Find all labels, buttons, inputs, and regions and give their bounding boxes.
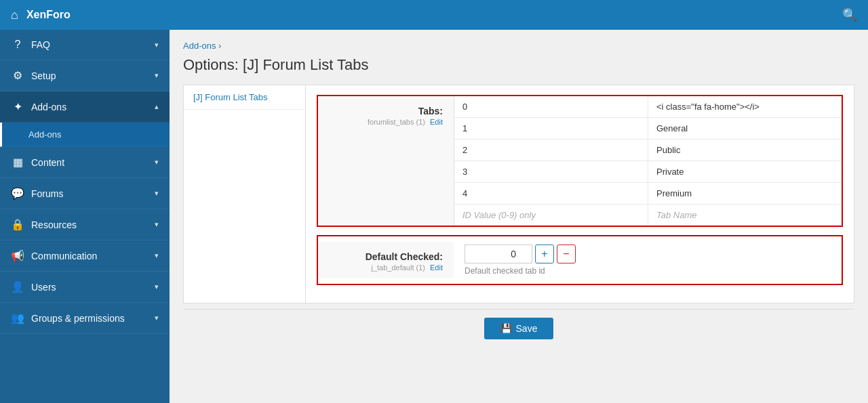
chevron-up-icon: ▴ <box>155 102 159 111</box>
dc-sublabel: j_tab_default (1) Edit <box>371 263 443 272</box>
tab-row-1: 1 General <box>454 118 842 140</box>
layout: ? FAQ ▾ ⚙ Setup ▾ ✦ Add-ons ▴ Add-ons <box>0 30 868 403</box>
tab-row-3: 3 Private <box>454 161 842 183</box>
tab-row-2: 2 Public <box>454 140 842 161</box>
users-icon: 👤 <box>11 280 24 293</box>
sidebar-item-label-groups: Groups & permissions <box>31 313 125 324</box>
chevron-down-icon: ▾ <box>155 314 159 322</box>
tab-id-0: 0 <box>454 96 648 117</box>
tabs-label: Tabs: <box>418 106 443 116</box>
dc-input-area: + − Default checked tab id <box>454 236 842 284</box>
sidebar-item-resources[interactable]: 🔒 Resources ▾ <box>0 209 170 240</box>
sidebar-item-faq[interactable]: ? FAQ ▾ <box>0 30 170 60</box>
sidebar-item-communication[interactable]: 📢 Communication ▾ <box>0 240 170 272</box>
dc-label: Default Checked: <box>366 251 443 262</box>
save-area: 💾 Save <box>183 309 854 347</box>
breadcrumb: Add-ons › <box>183 41 854 51</box>
tabs-table: 0 <i class="fa fa-home"></i> 1 General 2… <box>454 96 842 226</box>
sidebar-item-label-addons: Add-ons <box>31 102 66 112</box>
tab-id-placeholder[interactable]: ID Value (0-9) only <box>454 205 648 226</box>
setup-icon: ⚙ <box>11 69 24 82</box>
section-link-label: [J] Forum List Tabs <box>193 92 268 102</box>
tab-id-1: 1 <box>454 118 648 139</box>
sidebar-item-content[interactable]: ▦ Content ▾ <box>0 147 170 178</box>
sidebar-item-label-setup: Setup <box>31 70 56 81</box>
brand-name: XenForo <box>26 9 71 21</box>
tab-value-2: Public <box>648 140 842 161</box>
sidebar-item-addons[interactable]: ✦ Add-ons ▴ <box>0 91 170 123</box>
breadcrumb-separator: › <box>218 41 221 51</box>
chevron-down-icon: ▾ <box>155 189 159 198</box>
page-title: Options: [J] Forum List Tabs <box>183 56 854 74</box>
tab-value-4: Premium <box>648 183 842 204</box>
tabs-label-cell: Tabs: forumlist_tabs (1) Edit <box>318 96 454 226</box>
chevron-down-icon: ▾ <box>155 41 159 49</box>
top-nav: ⌂ XenForo 🔍 <box>0 0 868 30</box>
chevron-down-icon: ▾ <box>155 220 159 229</box>
tabs-edit-link[interactable]: Edit <box>430 118 443 126</box>
sidebar-item-setup[interactable]: ⚙ Setup ▾ <box>0 60 170 91</box>
sidebar-item-label-users: Users <box>31 282 56 293</box>
tab-value-1: General <box>648 118 842 139</box>
sidebar-item-label-faq: FAQ <box>31 39 50 50</box>
tabs-sublabel: forumlist_tabs (1) Edit <box>368 118 443 126</box>
dc-edit-link[interactable]: Edit <box>430 263 443 272</box>
tab-value-0: <i class="fa fa-home"></i> <box>648 96 842 117</box>
sidebar-item-label-communication: Communication <box>31 251 97 261</box>
faq-icon: ? <box>11 39 24 51</box>
breadcrumb-addons-link[interactable]: Add-ons <box>183 41 216 51</box>
sidebar-sub-label-addons: Add-ons <box>28 129 61 140</box>
dc-minus-button[interactable]: − <box>557 245 576 263</box>
sidebar-item-forums[interactable]: 💬 Forums ▾ <box>0 178 170 209</box>
tabs-form-row: Tabs: forumlist_tabs (1) Edit 0 <i class… <box>318 96 842 226</box>
home-icon[interactable]: ⌂ <box>11 8 18 22</box>
dc-label-cell: Default Checked: j_tab_default (1) Edit <box>318 242 454 278</box>
tab-id-3: 3 <box>454 161 648 182</box>
groups-icon: 👥 <box>11 312 24 324</box>
tab-value-placeholder[interactable]: Tab Name <box>648 205 842 226</box>
search-icon[interactable]: 🔍 <box>842 7 857 22</box>
tab-row-4: 4 Premium <box>454 183 842 205</box>
tabs-sublabel-text: forumlist_tabs (1) <box>368 118 425 126</box>
dc-hint: Default checked tab id <box>465 266 831 276</box>
top-nav-left: ⌂ XenForo <box>11 8 71 22</box>
sidebar: ? FAQ ▾ ⚙ Setup ▾ ✦ Add-ons ▴ Add-ons <box>0 30 170 403</box>
section-link-forum-list-tabs[interactable]: [J] Forum List Tabs <box>184 85 305 110</box>
default-checked-row: Default Checked: j_tab_default (1) Edit … <box>318 236 842 284</box>
communication-icon: 📢 <box>11 249 24 262</box>
save-icon: 💾 <box>500 323 512 334</box>
dc-sublabel-text: j_tab_default (1) <box>371 263 425 272</box>
resources-icon: 🔒 <box>11 218 24 231</box>
sidebar-item-label-forums: Forums <box>31 188 63 199</box>
tab-id-2: 2 <box>454 140 648 161</box>
sidebar-item-groups[interactable]: 👥 Groups & permissions ▾ <box>0 303 170 334</box>
dc-plus-button[interactable]: + <box>535 245 554 263</box>
sidebar-item-label-content: Content <box>31 157 64 168</box>
chevron-down-icon: ▾ <box>155 71 159 80</box>
sidebar-sub-item-addons[interactable]: Add-ons <box>0 123 170 147</box>
content-icon: ▦ <box>11 156 24 169</box>
tabs-section: Tabs: forumlist_tabs (1) Edit 0 <i class… <box>317 95 843 227</box>
sidebar-sub-addons: Add-ons <box>0 123 170 147</box>
save-label: Save <box>516 323 538 334</box>
tab-row-0: 0 <i class="fa fa-home"></i> <box>454 96 842 118</box>
main-content: Add-ons › Options: [J] Forum List Tabs [… <box>170 30 868 403</box>
save-button[interactable]: 💾 Save <box>484 318 554 339</box>
addons-icon: ✦ <box>11 100 24 113</box>
dc-number-input[interactable] <box>465 245 532 263</box>
tab-value-3: Private <box>648 161 842 182</box>
tab-id-4: 4 <box>454 183 648 204</box>
tab-row-new: ID Value (0-9) only Tab Name <box>454 205 842 226</box>
default-checked-section: Default Checked: j_tab_default (1) Edit … <box>317 235 843 285</box>
chevron-down-icon: ▾ <box>155 251 159 260</box>
chevron-down-icon: ▾ <box>155 282 159 291</box>
sidebar-item-users[interactable]: 👤 Users ▾ <box>0 272 170 303</box>
sidebar-item-label-resources: Resources <box>31 219 77 230</box>
forums-icon: 💬 <box>11 187 24 200</box>
chevron-down-icon: ▾ <box>155 158 159 167</box>
dc-number-row: + − <box>465 245 831 263</box>
